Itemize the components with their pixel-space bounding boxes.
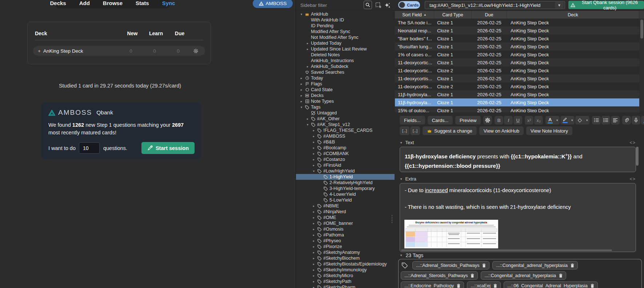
question-count-input[interactable] (79, 142, 100, 154)
chevron-right-icon[interactable]: ▸ (311, 152, 316, 155)
sidebar-item-sketchymicro[interactable]: ▸#SketchyMicro (296, 273, 395, 279)
scrollbar-thumb[interactable] (640, 20, 643, 38)
card-list-scrollbar[interactable] (639, 19, 644, 112)
chevron-down-icon[interactable]: ▾ (311, 169, 316, 173)
chevron-right-icon[interactable]: ▸ (311, 134, 316, 138)
sidebar-item-3-highyield-temporary[interactable]: 3-HighYield-temporary (296, 186, 395, 191)
tag-pill-06-congenital-adrenal-hyperplasia[interactable]: ...::06_Congenital_Adrenal_Hyperplasia (504, 281, 598, 288)
card-row-11[interactable]: 11β-hydroxyla...Cloze 12026-02-25AnKing … (395, 98, 639, 106)
extra-field-content[interactable]: - Due to increased mineralocorticoids (1… (400, 183, 636, 252)
chevron-down-icon[interactable]: ▼ (400, 177, 403, 181)
card-row-1[interactable]: The SA node i...Cloze 12026-02-25AnKing … (395, 19, 639, 27)
column-header-sort-field[interactable]: Sort Field▲ (395, 11, 434, 19)
remove-formatting-button[interactable]: ▼ (575, 116, 589, 125)
text-color-button[interactable]: A ▼ (545, 116, 560, 125)
sidebar-item-1-highyield[interactable]: 1-HighYield (296, 174, 395, 180)
subscript-button[interactable]: x₂ (534, 116, 543, 125)
sidebar-item-modified-after-sync[interactable]: Modified After Sync (296, 29, 395, 35)
text-field-header[interactable]: ▼ Text (400, 140, 414, 145)
sidebar-item-ankihub-subdeck[interactable]: ▸AnkiHub_Subdeck (296, 64, 395, 69)
sidebar-item-low-highyield[interactable]: ▾#Low/HighYield (296, 168, 395, 174)
tag-pill-xcaeej[interactable]: ...::xcaEej (467, 281, 501, 288)
column-header-deck[interactable]: Deck (507, 11, 639, 19)
view-on-ankihub-button[interactable]: View on AnkiHub (479, 126, 524, 135)
chevron-right-icon[interactable]: ▸ (311, 251, 316, 254)
chevron-right-icon[interactable]: ▸ (311, 268, 316, 272)
menu-item-stats[interactable]: Stats (136, 0, 149, 6)
sidebar-item-not-modified-after-sync[interactable]: Not Modified After Sync (296, 35, 395, 40)
chevron-right-icon[interactable]: ▸ (305, 41, 310, 45)
sidebar-item-flag-these-cards[interactable]: ▸!FLAG_THESE_CARDS (296, 127, 395, 133)
card-row-5[interactable]: 1% of cases o...Cloze 12026-02-25AnKing … (395, 50, 639, 58)
tag-pill-congenital-adrenal-hyperplasia[interactable]: ...::Congenital_adrenal_hyperplasia (481, 271, 566, 280)
text-field-content[interactable]: 11β-hydroxylase deficiency presents with… (400, 147, 636, 172)
sidebar-item-deleted-notes[interactable]: Deleted Notes (296, 52, 395, 58)
sidebar-item-saved-searches[interactable]: Saved Searches (296, 69, 395, 75)
bold-button[interactable]: B (495, 116, 503, 125)
chevron-right-icon[interactable]: ▸ (305, 117, 310, 121)
card-row-3[interactable]: "Barr bodies" f...Cloze 12026-02-25AnKin… (395, 35, 639, 42)
sidebar-item-with-ankihub-id[interactable]: With AnkiHub ID (296, 17, 395, 23)
sidebar-item-pixorize[interactable]: ▸#Pixorize (296, 244, 395, 250)
superscript-button[interactable]: x² (525, 116, 533, 125)
editor-scrollbar-thumb[interactable] (636, 147, 639, 166)
search-icon[interactable] (364, 1, 372, 9)
editor-settings-gear-icon[interactable] (483, 116, 492, 125)
chevron-right-icon[interactable]: ▸ (311, 233, 316, 237)
sidebar-item-updated-today[interactable]: ▸Updated Today (296, 40, 395, 46)
start-session-button[interactable]: Start session (141, 142, 195, 154)
card-row-10[interactable]: 11β-hydroxyla...Cloze 12026-02-25AnKing … (395, 90, 639, 98)
preview-button[interactable]: Preview (455, 116, 481, 125)
chevron-right-icon[interactable]: ▸ (311, 256, 316, 260)
deck-name[interactable]: AnKing Step Deck (43, 48, 83, 54)
chevron-right-icon[interactable]: ▸ (305, 47, 310, 51)
sidebar-item-5-lowyield[interactable]: 5-LowYield (296, 197, 395, 203)
sidebar-item-ome[interactable]: ▸#OME (296, 215, 395, 220)
math-function-button[interactable]: ƒx (641, 116, 644, 125)
sidebar-item-bootcamp[interactable]: ▸#Bootcamp (296, 145, 395, 151)
deck-row-anking-step-deck[interactable]: +AnKing Step Deck 0 0 0 (33, 46, 205, 56)
html-editor-toggle-icon[interactable]: <> (630, 141, 636, 146)
tag-pill-congenital-adrenal-hyperplasia[interactable]: ...::Congenital_adrenal_hyperplasia (492, 261, 578, 269)
chevron-right-icon[interactable]: ▸ (299, 76, 304, 80)
chevron-down-icon[interactable]: ▼ (569, 116, 575, 125)
cards-button[interactable]: Cards... (428, 116, 453, 125)
sidebar-item-sketchyimmunology[interactable]: ▸#SketchyImmunology (296, 267, 395, 273)
tag-pill-adrenal-steroids-pathways[interactable]: ...::Adrenal_Steroids_Pathways (401, 271, 478, 280)
deck-expander[interactable]: + (38, 48, 41, 54)
card-row-12[interactable]: 15% of outco...Cloze 12026-02-25AnKing S… (395, 106, 639, 112)
sidebar-item-physeo[interactable]: ▸#Physeo (296, 238, 395, 244)
trash-icon[interactable] (482, 263, 486, 268)
sparkles-icon[interactable] (383, 1, 392, 9)
sidebar-item-sketchybiochem[interactable]: ▸#SketchyBiochem (296, 255, 395, 261)
sidebar-item-sketchybiostats-epidemiology[interactable]: ▸#SketchyBiostats/Epidemiology (296, 261, 395, 267)
chevron-right-icon[interactable]: ▸ (299, 88, 304, 92)
sidebar-filter-input[interactable] (300, 1, 361, 9)
extra-horizontal-scrollbar[interactable] (401, 250, 612, 251)
chevron-right-icon[interactable]: ▸ (305, 65, 310, 68)
chevron-right-icon[interactable]: ▸ (311, 245, 316, 248)
italic-button[interactable]: I (504, 116, 513, 125)
attachment-paperclip-icon[interactable] (622, 116, 631, 125)
card-row-9[interactable]: 11-deoxycortis...Cloze 22026-02-25AnKing… (395, 82, 639, 90)
chevron-down-icon[interactable]: ▼ (555, 116, 560, 125)
browse-search-input[interactable] (425, 1, 565, 9)
suggest-change-button[interactable]: Suggest a change (423, 126, 477, 135)
tags-box[interactable]: ...::Adrenal_Steroids_Pathways...::Conge… (398, 259, 642, 288)
sidebar-item-nbme[interactable]: ▸#NBME (296, 203, 395, 209)
sidebar-item-flags[interactable]: ▸Flags (296, 81, 395, 87)
chevron-down-icon[interactable]: ▾ (299, 12, 304, 16)
cloze-new-button[interactable]: [..] (400, 126, 409, 135)
sidebar-item-card-state[interactable]: ▸Card State (296, 87, 395, 93)
tag-pill-endocrine-pathology[interactable]: ...::Endocrine_Pathology (401, 281, 464, 288)
menu-item-sync[interactable]: Sync (162, 0, 175, 6)
select-mode-icon[interactable] (374, 1, 383, 9)
chevron-right-icon[interactable]: ▸ (311, 239, 316, 243)
sidebar-item-ome-banner[interactable]: ▸#OME_banner (296, 220, 395, 226)
sidebar-item-ninjanerd[interactable]: ▸#NinjaNerd (296, 209, 395, 215)
chevron-right-icon[interactable]: ▸ (311, 227, 316, 231)
fields-button[interactable]: Fields... (400, 116, 425, 125)
record-audio-mic-icon[interactable] (632, 116, 640, 125)
extra-field-image[interactable]: Enzyme deficiencies caused by congenital… (404, 220, 498, 248)
chevron-down-icon[interactable]: ▼ (400, 141, 403, 145)
